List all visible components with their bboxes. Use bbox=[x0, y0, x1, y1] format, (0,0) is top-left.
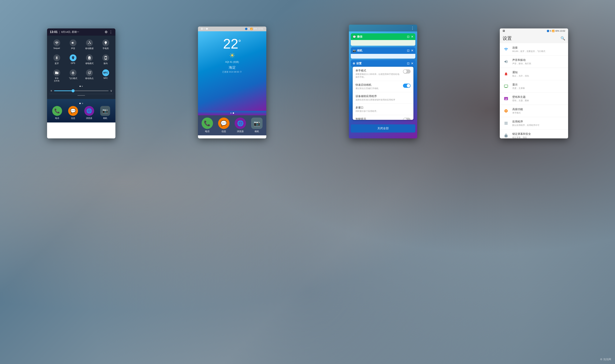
recent-card-camera[interactable]: 📷 相机 ⊡ ✕ bbox=[351, 47, 415, 59]
tile-gps-label: GPS bbox=[71, 62, 75, 64]
screen3-more-icon[interactable]: ⋮ bbox=[410, 26, 414, 30]
brightness-control[interactable]: ☀ ∨ bbox=[49, 88, 113, 94]
data-icon bbox=[86, 39, 93, 46]
recent-card-settings[interactable]: ⚙ 设置 ⊡ ✕ bbox=[351, 60, 415, 67]
screen1-status-bar: 13:01 | 8月14日, 星期一 ⚙ ⋮ bbox=[47, 28, 115, 36]
wechat-actions: ⊡ ✕ bbox=[407, 35, 413, 39]
tile-torch[interactable]: 手电筒 bbox=[98, 38, 113, 51]
status-time: 13:01 bbox=[50, 30, 58, 34]
home-dock-phone[interactable]: 📞 电话 bbox=[200, 117, 215, 133]
home-dock-browser-label: 浏览器 bbox=[237, 130, 244, 133]
tile-airplane[interactable]: 飞行模式 bbox=[66, 68, 81, 84]
home-dock-messages[interactable]: 💬 信息 bbox=[216, 117, 232, 133]
sync-date: 已更新 8/14 08:50 ⏱ bbox=[222, 71, 242, 73]
weather-sun-icon: ☀ bbox=[229, 52, 235, 60]
settings-app-header: 设置 🔍 bbox=[500, 33, 568, 43]
home-browser-icon: 🌐 bbox=[235, 117, 246, 129]
settings-row-advanced[interactable]: 高级功能 单手模式 bbox=[500, 105, 568, 117]
dock-phone[interactable]: 📞 电话 bbox=[50, 106, 65, 120]
dock-messages[interactable]: 💬 信息 bbox=[66, 106, 81, 120]
dock-camera[interactable]: 📷 相机 bbox=[98, 106, 112, 120]
settings-item-assist-app[interactable]: 设备辅助应用程序 选择在您长按主屏幕按钮时使用的应用程序 bbox=[353, 92, 413, 104]
more-icon[interactable]: ⋮ bbox=[109, 30, 112, 34]
browser-icon: 🌐 bbox=[84, 106, 94, 116]
tile-nfc-label: NFC bbox=[103, 77, 108, 79]
tile-data[interactable]: 移动数据 bbox=[82, 38, 97, 51]
airplane-icon bbox=[70, 69, 77, 76]
temperature-display: 22 ° bbox=[223, 37, 241, 51]
tile-nfc[interactable]: NFC NFC bbox=[98, 68, 113, 84]
tile-bluetooth[interactable]: 蓝牙 bbox=[49, 53, 64, 66]
advanced-row-icon bbox=[503, 107, 509, 114]
settings-close-icon[interactable]: ✕ bbox=[411, 62, 413, 65]
advanced-content: 高级功能 单手模式 bbox=[512, 108, 565, 114]
degree-symbol: ° bbox=[238, 39, 241, 46]
dock-browser[interactable]: 🌐 浏览器 bbox=[82, 106, 97, 120]
brightness-thumb[interactable] bbox=[71, 89, 75, 92]
home-dock-camera[interactable]: 📷 相机 bbox=[249, 117, 265, 133]
settings-item-smart-reminder[interactable]: 智能提示 您的手机将在您拿起时振动，以此来通知您有未接来电和未读的信息。 bbox=[353, 115, 413, 120]
tile-wifi[interactable]: Sequel bbox=[49, 38, 64, 51]
tile-secure-folder[interactable]: 安全文件夹 bbox=[49, 68, 64, 84]
wallpaper-row-icon bbox=[503, 95, 509, 102]
secure-folder-icon bbox=[53, 69, 60, 76]
tile-orientation[interactable]: 纵向 bbox=[98, 53, 113, 66]
wechat-close-icon[interactable]: ✕ bbox=[411, 35, 413, 39]
settings-item-single-hand[interactable]: 单手模式 调整屏幕的大小和布局，以便您用单手更轻松地操作手机。 bbox=[353, 67, 413, 81]
status-date: 8月14日, 星期一 bbox=[61, 30, 79, 34]
settings-search-icon[interactable]: 🔍 bbox=[560, 36, 565, 40]
brightness-slider[interactable] bbox=[54, 91, 109, 91]
sound-icon bbox=[70, 39, 77, 46]
tile-hotspot[interactable]: 移动热点 bbox=[82, 68, 97, 84]
quick-camera-text: 快速启动相机 通过双击主页键打开相机 bbox=[355, 83, 401, 90]
lock-screen-content: 锁定屏幕和安全 锁定屏幕，指纹 bbox=[512, 132, 565, 139]
home-page-indicators bbox=[198, 111, 266, 115]
settings-row-lock-screen[interactable]: 锁定屏幕和安全 锁定屏幕，指纹 bbox=[500, 130, 568, 138]
home-dock-browser[interactable]: 🌐 浏览器 bbox=[232, 117, 248, 133]
quick-tiles-grid: Sequel 声音 移动数据 bbox=[49, 38, 113, 84]
camera-close-icon[interactable]: ✕ bbox=[411, 49, 413, 52]
single-hand-toggle[interactable] bbox=[403, 69, 410, 74]
settings-list: 连接 WLAN，蓝牙，流量监控，飞行模式 声音和振动 声音，振动，免打扰 bbox=[500, 43, 568, 138]
status-time-date: 13:01 | 8月14日, 星期一 bbox=[50, 30, 79, 34]
tile-sound[interactable]: 声音 bbox=[66, 38, 81, 51]
settings-row-notifications[interactable]: 通知 阻止，允许，优先 bbox=[500, 68, 568, 80]
wechat-resize-icon[interactable]: ⊡ bbox=[407, 35, 410, 39]
settings-item-multi-window[interactable]: 多窗口 同时显示多个应用程序。 bbox=[353, 104, 413, 115]
lock-screen-row-icon bbox=[503, 132, 509, 138]
home-camera-icon: 📷 bbox=[251, 117, 262, 129]
home-dot-2 bbox=[82, 103, 83, 104]
tile-gps[interactable]: GPS bbox=[66, 53, 81, 66]
tile-torch-label: 手电筒 bbox=[103, 47, 109, 50]
tile-power-save[interactable]: 省电模式 bbox=[82, 53, 97, 66]
camera-card-header: 📷 相机 ⊡ ✕ bbox=[351, 47, 415, 54]
settings-app-title: 设置 bbox=[503, 35, 512, 41]
settings-row-display[interactable]: 显示 亮度，主屏幕 bbox=[500, 80, 568, 92]
tile-data-label: 移动数据 bbox=[85, 47, 94, 50]
power-save-icon bbox=[86, 54, 93, 61]
recent-card-wechat[interactable]: 💬 微信 ⊡ ✕ bbox=[351, 33, 415, 46]
smart-reminder-toggle[interactable] bbox=[403, 118, 410, 120]
tile-orient-label: 纵向 bbox=[104, 62, 108, 65]
screens-container: 13:01 | 8月14日, 星期一 ⚙ ⋮ Sequel bbox=[6, 25, 609, 339]
settings-row-apps[interactable]: 应用程序 默认应用程序，应用程序许可 bbox=[500, 117, 568, 130]
home-dock-phone-label: 电话 bbox=[205, 130, 210, 133]
settings-row-sound[interactable]: 声音和振动 声音，振动，免打扰 bbox=[500, 55, 568, 68]
location-name: 海淀 bbox=[229, 65, 235, 70]
settings-row-connection[interactable]: 连接 WLAN，蓝牙，流量监控，飞行模式 bbox=[500, 43, 568, 55]
camera-resize-icon[interactable]: ⊡ bbox=[407, 49, 410, 52]
camera-preview bbox=[351, 54, 415, 59]
messages-icon: 💬 bbox=[68, 106, 78, 116]
settings-resize-icon[interactable]: ⊡ bbox=[407, 62, 410, 65]
screen1-notification-panel: 13:01 | 8月14日, 星期一 ⚙ ⋮ Sequel bbox=[47, 28, 115, 138]
screen2-status-bar: 🖼 © ☎ 🔵 N 📶 40% 13:01 bbox=[198, 26, 266, 31]
settings-scroll-area[interactable]: 单手模式 调整屏幕的大小和布局，以便您用单手更轻松地操作手机。 快速启动相机 通… bbox=[353, 67, 413, 120]
brightness-chevron[interactable]: ∨ bbox=[110, 89, 112, 92]
settings-icon[interactable]: ⚙ bbox=[105, 30, 108, 34]
dot-2 bbox=[82, 86, 83, 87]
wechat-icon: 💬 bbox=[353, 35, 356, 38]
settings-row-wallpaper[interactable]: 壁纸和主题 壁纸，主题，图标 bbox=[500, 92, 568, 105]
close-all-button[interactable]: 关闭全部 bbox=[351, 124, 415, 132]
settings-item-quick-camera[interactable]: 快速启动相机 通过双击主页键打开相机 bbox=[353, 81, 413, 92]
quick-camera-toggle[interactable] bbox=[403, 84, 410, 88]
